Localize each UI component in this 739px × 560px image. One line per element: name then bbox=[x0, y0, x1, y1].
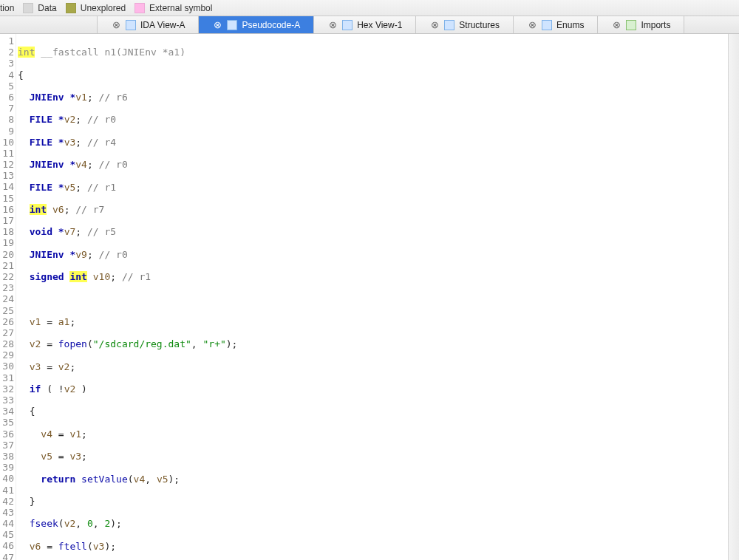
legend-item: External symbol bbox=[134, 3, 212, 13]
tab-pseudocode-a[interactable]: ⊗ Pseudocode-A bbox=[199, 16, 314, 33]
legend-label: tion bbox=[0, 3, 14, 13]
legend-swatch-extsym bbox=[134, 3, 145, 13]
line-number-gutter: 1234567891011121314151617181920212223242… bbox=[0, 34, 16, 560]
legend-label: Unexplored bbox=[81, 3, 126, 13]
tab-label: Structures bbox=[459, 20, 500, 30]
tab-hex-view-1[interactable]: ⊗ Hex View-1 bbox=[314, 16, 416, 33]
close-icon[interactable]: ⊗ bbox=[527, 20, 537, 30]
legend-label: External symbol bbox=[149, 3, 212, 13]
legend-item: Unexplored bbox=[66, 3, 126, 13]
close-icon[interactable]: ⊗ bbox=[111, 20, 121, 30]
legend-label: Data bbox=[38, 3, 56, 13]
view-icon bbox=[126, 20, 136, 30]
tab-bar: ⊗ IDA View-A ⊗ Pseudocode-A ⊗ Hex View-1… bbox=[0, 16, 739, 34]
imports-icon bbox=[626, 20, 636, 30]
legend-swatch-data bbox=[23, 3, 33, 13]
vertical-scrollbar[interactable] bbox=[728, 34, 739, 560]
tab-label: Pseudocode-A bbox=[242, 20, 300, 30]
close-icon[interactable]: ⊗ bbox=[327, 20, 338, 30]
view-icon bbox=[342, 20, 353, 30]
code-editor[interactable]: 1234567891011121314151617181920212223242… bbox=[0, 34, 739, 560]
tab-structures[interactable]: ⊗ Structures bbox=[416, 16, 514, 33]
tab-enums[interactable]: ⊗ Enums bbox=[514, 16, 598, 33]
tab-imports[interactable]: ⊗ Imports bbox=[598, 16, 684, 33]
legend-swatch-unexplored bbox=[66, 3, 76, 13]
tab-label: IDA View-A bbox=[140, 20, 185, 30]
close-icon[interactable]: ⊗ bbox=[212, 20, 222, 30]
tab-ida-view-a[interactable]: ⊗ IDA View-A bbox=[98, 16, 199, 33]
close-icon[interactable]: ⊗ bbox=[611, 20, 621, 30]
legend-item: Data bbox=[23, 3, 56, 13]
close-icon[interactable]: ⊗ bbox=[429, 20, 440, 30]
view-icon bbox=[227, 20, 237, 30]
tab-label: Hex View-1 bbox=[357, 20, 402, 30]
tab-label: Enums bbox=[556, 20, 584, 30]
tab-label: Imports bbox=[641, 20, 670, 30]
enums-icon bbox=[542, 20, 552, 30]
legend-item: tion bbox=[0, 3, 14, 13]
code-area[interactable]: int __fastcall n1(JNIEnv *a1) { JNIEnv *… bbox=[16, 34, 728, 560]
structures-icon bbox=[444, 20, 454, 30]
legend-bar: tion Data Unexplored External symbol bbox=[0, 0, 739, 16]
